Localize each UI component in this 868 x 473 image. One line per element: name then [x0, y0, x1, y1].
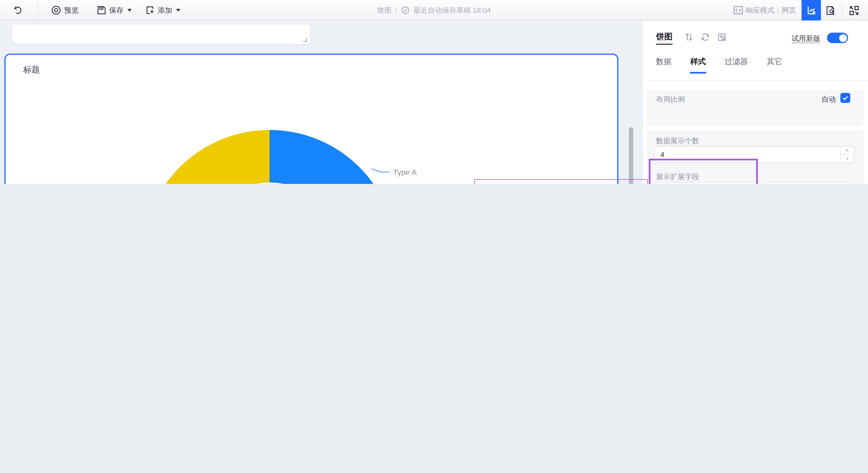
tab-data[interactable]: 数据 [656, 57, 672, 74]
panel-tabs: 数据样式过滤器其它 [656, 57, 855, 74]
expand-icon [849, 5, 859, 15]
pie-chart-card[interactable]: 标题 Type A Type B Type C Type D 4.26 t Ty… [4, 54, 619, 184]
try-new-version-link[interactable]: 试用新版 [792, 34, 820, 44]
app-window: 预览 保存 添加 饼图 | 最近自动保存草稿 18:04 响应模式：网页 [0, 0, 868, 184]
document-title: 饼图 [377, 5, 392, 15]
chart-list-search-icon[interactable] [717, 33, 726, 41]
top-toolbar: 预览 保存 添加 饼图 | 最近自动保存草稿 18:04 响应模式：网页 [0, 0, 868, 21]
data-count-label: 数据展示个数 [656, 136, 699, 146]
tab-filter[interactable]: 过滤器 [724, 57, 748, 74]
response-mode[interactable]: 响应模式：网页 [734, 0, 802, 21]
response-mode-label: 响应模式：网页 [746, 5, 796, 15]
donut-chart[interactable] [143, 130, 396, 184]
data-count-value: 4 [660, 150, 664, 159]
toolbar-right-divider [842, 4, 843, 17]
autosave-check-icon [401, 6, 409, 14]
style-settings-panel: 饼图 试用新版 数据样式过滤器其它 布局比例 自动 饼图区2:83:74:65:… [642, 21, 868, 184]
ext-fields-label: 展示扩展字段 [656, 172, 699, 182]
resize-handle-icon[interactable] [303, 38, 307, 42]
title-separator: | [396, 6, 397, 14]
auto-ratio-checkbox[interactable] [840, 93, 850, 103]
data-display-group: 数据展示个数 4 ∧∨ 展示扩展字段 总和: 无 ∨ 图例: 无 ∨ 布局 行 … [647, 131, 864, 184]
chart-edit-icon [806, 5, 816, 15]
fullscreen-button[interactable] [845, 0, 864, 21]
document-search-icon [826, 5, 835, 15]
tabs-divider [643, 80, 868, 81]
auto-label: 自动 [822, 95, 836, 105]
autosave-status: 最近自动保存草稿 18:04 [413, 5, 491, 15]
panel-title: 饼图 [656, 32, 673, 45]
editor-canvas[interactable]: 标题 Type A Type B Type C Type D 4.26 t Ty… [0, 21, 642, 184]
refresh-icon[interactable] [701, 33, 710, 41]
sum-field-dropdown[interactable]: 总和: 无 ∨ [654, 182, 758, 184]
swap-order-icon[interactable] [685, 33, 693, 41]
chart-edit-mode-button[interactable] [802, 0, 821, 21]
donut-hole [196, 182, 343, 184]
responsive-mode-icon [734, 6, 743, 14]
legend-field-dropdown[interactable]: 图例: 无 ∨ [764, 182, 854, 184]
page-preview-button[interactable] [821, 0, 840, 21]
try-new-version-toggle[interactable] [827, 33, 848, 43]
tab-style[interactable]: 样式 [690, 57, 706, 74]
layout-ratio-group: 布局比例 自动 饼图区2:83:74:65:56:47:38:2图例区 [647, 90, 864, 127]
vertical-scrollbar[interactable] [629, 127, 633, 184]
tab-other[interactable]: 其它 [767, 57, 782, 74]
layout-ratio-label: 布局比例 [656, 95, 685, 105]
data-count-stepper[interactable]: ∧∨ [840, 146, 854, 162]
slice-label-type-a: Type A [393, 168, 417, 176]
partial-card-above[interactable] [12, 25, 310, 44]
data-count-input[interactable]: 4 ∧∨ [654, 146, 854, 163]
chart-card-title: 标题 [23, 65, 40, 75]
check-icon [842, 95, 848, 101]
